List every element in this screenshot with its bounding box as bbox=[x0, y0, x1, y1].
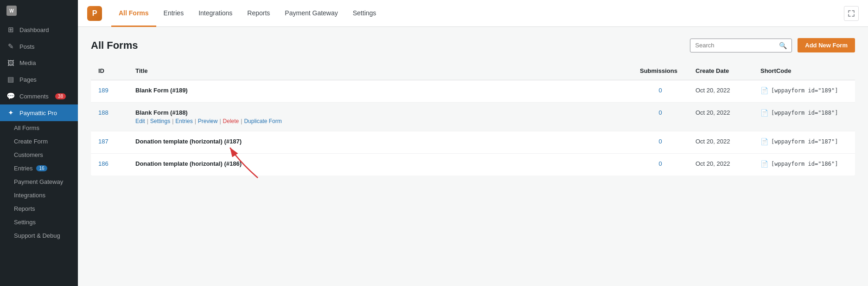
shortcode-value: 📄[wppayform id="188"] bbox=[760, 109, 848, 117]
sidebar-item-pages[interactable]: ▤ Pages bbox=[0, 71, 78, 88]
tab-payment-gateway[interactable]: Payment Gateway bbox=[277, 0, 345, 27]
form-title: Blank Form (#188) bbox=[135, 109, 625, 116]
sidebar-sub-integrations[interactable]: Integrations bbox=[0, 188, 78, 202]
sidebar-item-comments[interactable]: 💬 Comments 38 bbox=[0, 88, 78, 104]
sidebar-sub-all-forms[interactable]: All Forms bbox=[0, 121, 78, 135]
search-input[interactable] bbox=[695, 42, 779, 49]
sidebar-item-posts[interactable]: ✎ Posts bbox=[0, 38, 78, 55]
settings-link[interactable]: Settings bbox=[150, 118, 170, 124]
table-wrapper: ID Title Submissions Create Date ShortCo… bbox=[91, 62, 855, 176]
tab-settings[interactable]: Settings bbox=[345, 0, 384, 27]
sidebar-submenu: All Forms Create Form Customers Entries … bbox=[0, 121, 78, 242]
fullscreen-icon bbox=[848, 10, 855, 17]
cell-shortcode: 📄[wppayform id="189"] bbox=[753, 80, 855, 103]
document-icon: 📄 bbox=[760, 87, 768, 94]
shortcode-text: [wppayform id="189"] bbox=[771, 87, 838, 94]
cell-title: Donation template (horizontal) (#187) bbox=[128, 131, 632, 154]
tab-integrations[interactable]: Integrations bbox=[191, 0, 240, 27]
tab-all-forms[interactable]: All Forms bbox=[111, 0, 156, 27]
sidebar-item-media[interactable]: 🖼 Media bbox=[0, 55, 78, 71]
sidebar-sub-customers[interactable]: Customers bbox=[0, 148, 78, 162]
main-area: P All Forms Entries Integrations Reports… bbox=[78, 0, 868, 286]
topnav-logo: P bbox=[87, 0, 102, 26]
submissions-link[interactable]: 0 bbox=[658, 160, 662, 167]
cell-submissions: 0 bbox=[632, 80, 688, 103]
cell-create-date: Oct 20, 2022 bbox=[688, 103, 753, 131]
document-icon: 📄 bbox=[760, 109, 768, 117]
shortcode-text: [wppayform id="188"] bbox=[771, 110, 838, 116]
action-separator: | bbox=[172, 118, 173, 124]
fullscreen-button[interactable] bbox=[844, 6, 859, 21]
paymattic-logo-icon: P bbox=[87, 6, 102, 21]
cell-title: Blank Form (#188)Edit | Settings | Entri… bbox=[128, 103, 632, 131]
sidebar-logo: W bbox=[0, 0, 78, 21]
sidebar-item-label: Comments bbox=[19, 93, 49, 100]
sidebar-sub-settings[interactable]: Settings bbox=[0, 215, 78, 229]
table-row: 188Blank Form (#188)Edit | Settings | En… bbox=[91, 103, 855, 131]
col-header-submissions: Submissions bbox=[632, 62, 688, 80]
paymattic-icon: ✦ bbox=[6, 109, 15, 117]
sidebar-sub-payment-gateway[interactable]: Payment Gateway bbox=[0, 175, 78, 188]
sidebar: W ⊞ Dashboard ✎ Posts 🖼 Media ▤ Pages 💬 … bbox=[0, 0, 78, 286]
shortcode-text: [wppayform id="187"] bbox=[771, 138, 838, 145]
cell-submissions: 0 bbox=[632, 131, 688, 154]
cell-create-date: Oct 20, 2022 bbox=[688, 154, 753, 176]
sidebar-item-label: Dashboard bbox=[19, 26, 49, 33]
form-title: Blank Form (#189) bbox=[135, 87, 625, 94]
sidebar-item-dashboard[interactable]: ⊞ Dashboard bbox=[0, 21, 78, 38]
cell-shortcode: 📄[wppayform id="186"] bbox=[753, 154, 855, 176]
action-separator: | bbox=[219, 118, 221, 124]
cell-id: 186 bbox=[91, 154, 128, 176]
cell-submissions: 0 bbox=[632, 103, 688, 131]
duplicate-link[interactable]: Duplicate Form bbox=[244, 118, 281, 124]
header-right: 🔍 Add New Form bbox=[690, 38, 855, 52]
top-nav: P All Forms Entries Integrations Reports… bbox=[78, 0, 868, 27]
pages-icon: ▤ bbox=[6, 75, 15, 84]
cell-id: 187 bbox=[91, 131, 128, 154]
sidebar-sub-support[interactable]: Support & Debug bbox=[0, 229, 78, 242]
entries-badge: 16 bbox=[36, 165, 47, 171]
sidebar-item-label: Paymattic Pro bbox=[19, 110, 57, 117]
cell-title: Blank Form (#189) bbox=[128, 80, 632, 103]
form-id-link[interactable]: 186 bbox=[98, 160, 108, 167]
sidebar-item-paymattic[interactable]: ✦ Paymattic Pro bbox=[0, 104, 78, 121]
col-header-createdate: Create Date bbox=[688, 62, 753, 80]
edit-link[interactable]: Edit bbox=[135, 118, 145, 124]
col-header-shortcode: ShortCode bbox=[753, 62, 855, 80]
col-header-title: Title bbox=[128, 62, 632, 80]
delete-link[interactable]: Delete bbox=[223, 118, 239, 124]
table-row: 187Donation template (horizontal) (#187)… bbox=[91, 131, 855, 154]
form-id-link[interactable]: 189 bbox=[98, 87, 108, 94]
shortcode-value: 📄[wppayform id="187"] bbox=[760, 138, 848, 145]
sidebar-sub-entries[interactable]: Entries 16 bbox=[0, 162, 78, 175]
content-header: All Forms 🔍 Add New Form bbox=[91, 38, 855, 52]
sidebar-sub-create-form[interactable]: Create Form bbox=[0, 135, 78, 148]
action-separator: | bbox=[147, 118, 148, 124]
dashboard-icon: ⊞ bbox=[6, 26, 15, 34]
add-new-form-button[interactable]: Add New Form bbox=[798, 38, 855, 52]
entries-link[interactable]: Entries bbox=[175, 118, 192, 124]
cell-submissions: 0 bbox=[632, 154, 688, 176]
shortcode-text: [wppayform id="186"] bbox=[771, 161, 838, 167]
submissions-link[interactable]: 0 bbox=[658, 109, 662, 116]
shortcode-value: 📄[wppayform id="189"] bbox=[760, 87, 848, 94]
wp-logo-icon: W bbox=[6, 6, 17, 16]
tab-reports[interactable]: Reports bbox=[240, 0, 277, 27]
submissions-link[interactable]: 0 bbox=[658, 138, 662, 145]
shortcode-value: 📄[wppayform id="186"] bbox=[760, 160, 848, 168]
cell-create-date: Oct 20, 2022 bbox=[688, 80, 753, 103]
cell-shortcode: 📄[wppayform id="187"] bbox=[753, 131, 855, 154]
sidebar-item-label: Media bbox=[19, 59, 36, 66]
form-id-link[interactable]: 188 bbox=[98, 109, 108, 116]
table-row: 186Donation template (horizontal) (#186)… bbox=[91, 154, 855, 176]
sidebar-sub-reports[interactable]: Reports bbox=[0, 202, 78, 215]
form-id-link[interactable]: 187 bbox=[98, 138, 108, 145]
table-header-row: ID Title Submissions Create Date ShortCo… bbox=[91, 62, 855, 80]
tab-entries[interactable]: Entries bbox=[156, 0, 191, 27]
table-body: 189Blank Form (#189)0Oct 20, 2022📄[wppay… bbox=[91, 80, 855, 176]
cell-title: Donation template (horizontal) (#186) bbox=[128, 154, 632, 176]
cell-id: 189 bbox=[91, 80, 128, 103]
form-actions: Edit | Settings | Entries | Preview | De… bbox=[135, 118, 625, 124]
preview-link[interactable]: Preview bbox=[198, 118, 218, 124]
submissions-link[interactable]: 0 bbox=[658, 87, 662, 94]
